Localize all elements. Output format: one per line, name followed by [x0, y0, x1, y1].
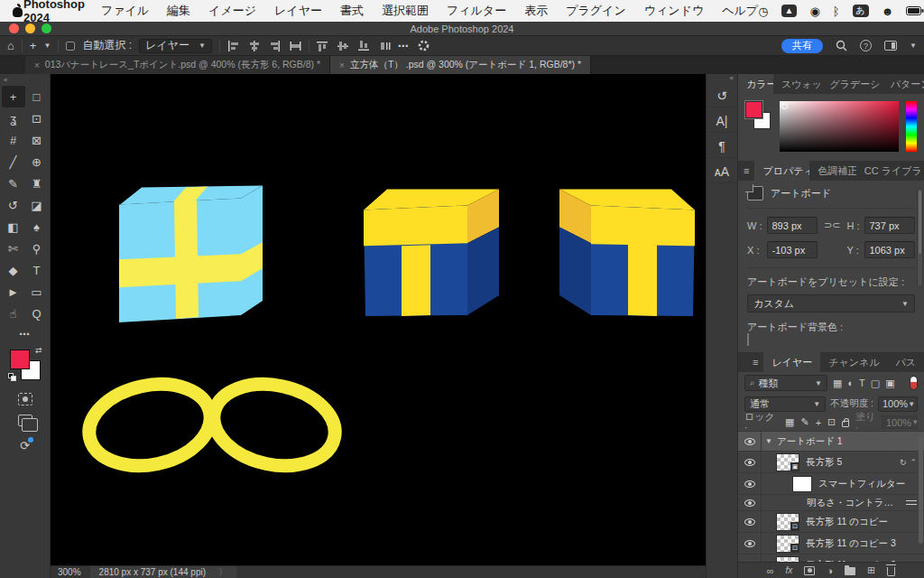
artboard-canvas[interactable]	[51, 74, 706, 565]
align-left-button[interactable]	[227, 41, 239, 51]
add-mask-button[interactable]	[804, 566, 815, 575]
align-bottom-button[interactable]	[358, 41, 370, 51]
foreground-color-swatch[interactable]	[10, 350, 30, 369]
properties-scrollbar[interactable]	[917, 188, 923, 287]
clock-app-icon[interactable]: ◷	[758, 5, 768, 17]
layer-row[interactable]: ⊡ 長方形 11 のコピー 3	[738, 533, 924, 555]
link-layers-button[interactable]: ∞	[767, 565, 774, 576]
frame-tool[interactable]: ⊠	[25, 129, 49, 151]
panel-tab[interactable]: カラー	[738, 74, 773, 94]
hue-slider[interactable]	[906, 101, 917, 152]
dodge-tool[interactable]: ⚲	[25, 238, 49, 259]
y-field[interactable]	[864, 241, 916, 258]
smart-filter-indicator[interactable]: ↻⌃	[900, 458, 920, 467]
layers-scrollbar[interactable]	[919, 435, 923, 544]
sync-status-icon[interactable]: ⟳	[20, 439, 30, 452]
app-badge-icon[interactable]: ▲	[781, 5, 798, 17]
visibility-gutter[interactable]	[738, 511, 762, 532]
layer-row-main[interactable]: ▣ 長方形 5 ↻⌃	[772, 452, 924, 472]
input-source-icon[interactable]: あ	[853, 5, 869, 17]
artboard-bg-swatch[interactable]	[747, 333, 749, 346]
layer-row-main[interactable]: ⊡ 長方形 11 のコピー 2	[772, 555, 924, 562]
visibility-gutter[interactable]	[738, 555, 762, 562]
layer-row[interactable]: ⊡ 長方形 11 のコピー	[738, 511, 924, 533]
layer-row[interactable]: ▼ アートボード 1	[738, 432, 924, 452]
more-options-button[interactable]: ⋯	[398, 40, 410, 52]
eye-icon[interactable]	[744, 480, 755, 488]
eye-icon[interactable]	[744, 540, 755, 547]
hand-tool[interactable]: ☝	[2, 303, 25, 324]
link-dimensions-icon[interactable]: ⊃⊂	[822, 219, 842, 231]
menu-item[interactable]: レイヤー	[274, 3, 322, 19]
filter-adjustment-layers-icon[interactable]: ◐	[847, 378, 854, 388]
panel-menu-icon[interactable]: ≡	[738, 161, 754, 181]
panel-tab[interactable]: パターン	[882, 74, 924, 94]
visibility-gutter[interactable]	[738, 432, 762, 451]
align-center-h-button[interactable]	[248, 41, 260, 51]
saturation-brightness-field[interactable]	[780, 101, 899, 152]
visibility-gutter[interactable]	[738, 495, 762, 510]
clone-stamp-tool[interactable]: ♜	[25, 172, 49, 194]
layer-style-button[interactable]: fx	[786, 565, 793, 575]
collapse-tools-icon[interactable]: «	[0, 76, 50, 86]
menu-item[interactable]: 編集	[167, 3, 190, 19]
layer-thumbnail[interactable]: ⊡	[776, 556, 799, 563]
share-button[interactable]: 共有	[781, 39, 823, 53]
eyedropper-tool[interactable]: ╱	[2, 151, 25, 172]
layer-name[interactable]: 長方形 5	[806, 456, 842, 469]
edit-toolbar-button[interactable]: ⋯	[19, 328, 31, 340]
close-tab-icon[interactable]: ×	[339, 61, 345, 70]
menu-item[interactable]: イメージ	[208, 3, 256, 19]
blur-tool[interactable]: ♠	[25, 216, 49, 238]
foreground-color-swatch[interactable]	[745, 101, 762, 118]
menu-item[interactable]: 書式	[340, 3, 364, 19]
align-right-button[interactable]	[269, 41, 281, 51]
layer-row-main[interactable]: 明るさ・コントラスト	[803, 495, 924, 510]
workspace-gear-button[interactable]	[417, 39, 430, 52]
menu-item[interactable]: 表示	[524, 3, 548, 19]
x-field[interactable]	[767, 241, 818, 258]
layer-row-main[interactable]: ▼ アートボード 1	[762, 432, 924, 451]
layer-row-main[interactable]: ⊡ 長方形 11 のコピー 3	[772, 533, 924, 554]
height-field[interactable]	[864, 217, 916, 234]
layer-filter-toggle[interactable]	[910, 376, 918, 390]
zoom-level[interactable]: 300%	[51, 567, 90, 577]
delete-layer-button[interactable]	[887, 567, 895, 576]
panel-tab[interactable]: CC ライブラリ	[856, 161, 924, 181]
document-tab[interactable]: × 立方体（T） .psd @ 300% (アートボード 1, RGB/8*) …	[330, 56, 591, 74]
width-field[interactable]	[767, 217, 818, 234]
crop-tool[interactable]: #	[2, 129, 25, 151]
eye-icon[interactable]	[744, 459, 755, 466]
menu-item[interactable]: プラグイン	[566, 3, 626, 19]
lock-position-icon[interactable]: +	[816, 417, 821, 428]
filter-pixel-layers-icon[interactable]: ▦	[833, 378, 842, 389]
help-icon[interactable]: ?	[860, 40, 872, 51]
distribute-h-button[interactable]	[290, 41, 301, 51]
visibility-gutter[interactable]	[738, 452, 762, 472]
panel-tab[interactable]: パス	[887, 352, 924, 372]
eye-icon[interactable]	[744, 562, 755, 563]
panel-menu-icon[interactable]: ≡	[747, 352, 763, 372]
layer-thumbnail[interactable]: ⊡	[776, 535, 799, 553]
brush-tool[interactable]: ✎	[2, 172, 25, 194]
layer-thumbnail[interactable]: ▣	[776, 453, 799, 471]
auto-select-target-dropdown[interactable]: レイヤー ▼	[139, 39, 212, 53]
menu-item[interactable]: ファイル	[101, 3, 149, 19]
gradient-tool[interactable]: ◧	[2, 216, 25, 238]
align-top-button[interactable]	[317, 41, 328, 51]
distribute-v-button[interactable]	[379, 41, 391, 51]
panel-tab[interactable]: グラデーション	[821, 74, 882, 94]
new-layer-button[interactable]: ⊞	[867, 564, 875, 576]
menu-item[interactable]: 選択範囲	[382, 3, 429, 19]
visibility-gutter[interactable]	[738, 533, 762, 554]
eraser-tool[interactable]: ◪	[25, 194, 49, 216]
move-tool[interactable]: +	[2, 86, 25, 107]
character-panel-icon[interactable]: A|	[709, 109, 735, 133]
layer-row[interactable]: ▣ 長方形 5 ↻⌃	[738, 452, 924, 473]
eye-icon[interactable]	[744, 438, 755, 445]
layer-name[interactable]: 長方形 11 のコピー 3	[806, 537, 896, 550]
pen-tool[interactable]: ◆	[2, 259, 25, 281]
panel-tab[interactable]: プロパティ	[754, 161, 809, 181]
smudge-tool[interactable]: ✄	[2, 238, 25, 259]
filter-type-layers-icon[interactable]: T	[859, 378, 865, 388]
